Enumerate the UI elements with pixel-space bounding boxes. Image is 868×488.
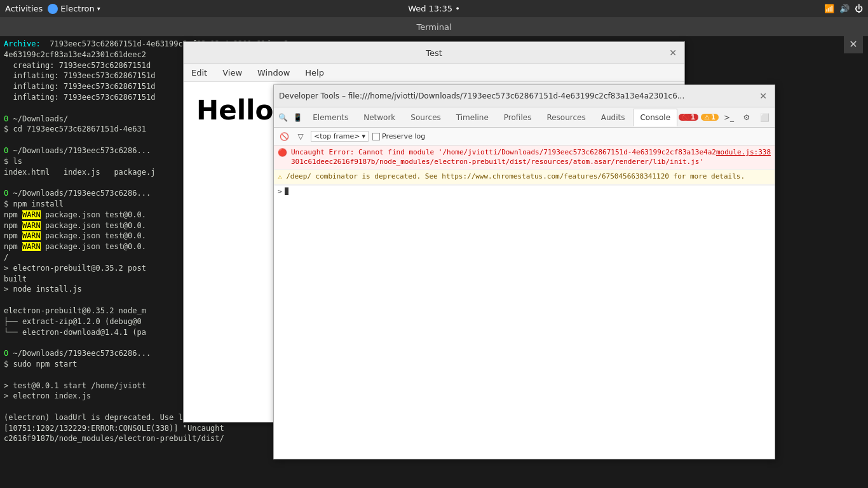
frame-label: <top frame> — [314, 132, 360, 140]
electron-icon — [48, 4, 58, 14]
volume-icon: 🔊 — [839, 4, 850, 13]
warn-icon: ⚠ — [278, 172, 282, 182]
test-menubar: Edit View Window Help — [184, 64, 684, 82]
wifi-icon: 📶 — [824, 4, 834, 13]
test-close-button[interactable]: ✕ — [667, 46, 679, 59]
console-filter-button[interactable]: ▽ — [294, 130, 307, 143]
prompt-cursor — [285, 187, 288, 195]
error-badge: 🚫 1 — [679, 114, 698, 121]
devtools-window: Developer Tools – file:///home/jviotti/D… — [273, 85, 775, 459]
tab-resources[interactable]: Resources — [539, 109, 592, 126]
terminal-title: Terminal — [417, 22, 452, 32]
menu-window[interactable]: Window — [255, 67, 292, 79]
test-titlebar: Test ✕ — [184, 42, 684, 64]
error-text: Uncaught Error: Cannot find module '/hom… — [291, 147, 716, 167]
warn-badge: ⚠ 1 — [701, 114, 719, 121]
menu-edit[interactable]: Edit — [189, 67, 210, 79]
devtools-device-icon[interactable]: 📱 — [291, 110, 304, 125]
devtools-tab-bar: 🔍 📱 Elements Network Sources Timeline Pr… — [274, 107, 775, 128]
datetime-display: Wed 13:35 • — [408, 4, 460, 13]
electron-label: Electron — [60, 4, 94, 13]
preserve-log-label: Preserve log — [382, 132, 425, 140]
error-icon: 🔴 — [278, 147, 287, 158]
devtools-titlebar: Developer Tools – file:///home/jviotti/D… — [274, 85, 775, 107]
tab-profiles[interactable]: Profiles — [497, 109, 539, 126]
devtools-settings-icon[interactable]: ⚙ — [739, 110, 754, 125]
console-clear-button[interactable]: 🚫 — [278, 130, 290, 143]
chevron-down-icon: ▾ — [97, 5, 100, 12]
prompt-arrow: > — [278, 187, 282, 196]
console-frame-select[interactable]: <top frame> ▾ — [311, 131, 369, 142]
tab-console[interactable]: Console — [633, 109, 677, 126]
tab-timeline[interactable]: Timeline — [449, 109, 496, 126]
activities-button[interactable]: Activities — [5, 4, 43, 13]
power-icon: ⏻ — [855, 4, 863, 13]
top-bar-right: 📶 🔊 ⏻ — [824, 4, 863, 13]
devtools-title: Developer Tools – file:///home/jviotti/D… — [279, 92, 757, 100]
menu-help[interactable]: Help — [302, 67, 327, 79]
warn-text: /deep/ combinator is deprecated. See htt… — [286, 172, 771, 181]
tab-network[interactable]: Network — [356, 109, 402, 126]
top-bar-left: Activities Electron ▾ — [5, 4, 100, 14]
tab-sources[interactable]: Sources — [403, 109, 447, 126]
devtools-terminal-icon[interactable]: >_ — [721, 110, 736, 125]
console-warn-entry: ⚠ /deep/ combinator is deprecated. See h… — [274, 170, 775, 185]
menu-view[interactable]: View — [220, 67, 245, 79]
test-window-title: Test — [426, 48, 442, 58]
error-source-link[interactable]: module.js:338 — [716, 147, 771, 157]
electron-app-menu[interactable]: Electron ▾ — [48, 4, 100, 14]
preserve-log-check[interactable] — [372, 133, 380, 140]
terminal-titlebar: Terminal ✕ — [0, 17, 868, 36]
console-error-entry: 🔴 Uncaught Error: Cannot find module '/h… — [274, 146, 775, 170]
devtools-dock-icon[interactable]: ⬜ — [757, 110, 772, 125]
console-prompt[interactable]: > — [274, 185, 775, 198]
devtools-right-icons: 🚫 1 ⚠ 1 >_ ⚙ ⬜ — [679, 110, 772, 125]
preserve-log-checkbox[interactable]: Preserve log — [372, 132, 425, 140]
frame-chevron: ▾ — [362, 132, 366, 140]
console-body[interactable]: 🔴 Uncaught Error: Cannot find module '/h… — [274, 146, 775, 459]
devtools-close-button[interactable]: ✕ — [757, 90, 770, 102]
tab-elements[interactable]: Elements — [306, 109, 355, 126]
top-bar: Activities Electron ▾ Wed 13:35 • 📶 🔊 ⏻ — [0, 0, 868, 17]
console-toolbar: 🚫 ▽ <top frame> ▾ Preserve log — [274, 128, 775, 146]
tab-audits[interactable]: Audits — [594, 109, 632, 126]
devtools-search-icon[interactable]: 🔍 — [276, 110, 290, 125]
terminal-close-button[interactable]: ✕ — [844, 34, 863, 53]
